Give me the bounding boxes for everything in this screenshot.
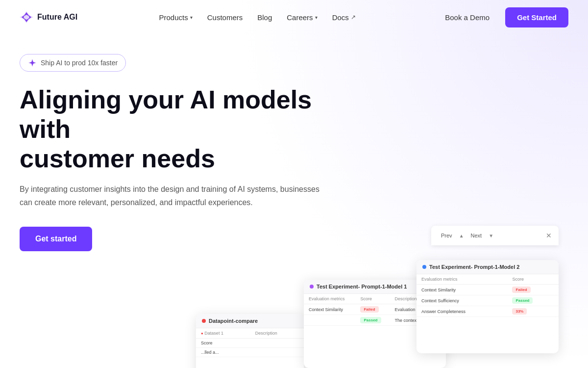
card-3-header: Test Experiment- Prompt-1-Model 2 xyxy=(416,260,559,274)
hero-section: Ship AI to prod 10x faster Aligning your… xyxy=(0,34,588,251)
nav-item-blog[interactable]: Blog xyxy=(251,9,278,26)
table-row: Context Similarity Failed xyxy=(416,285,559,295)
table-row: Answer Completeness 33% xyxy=(416,306,559,317)
card-1-score-label: Score xyxy=(196,339,250,348)
hero-badge: Ship AI to prod 10x faster xyxy=(20,54,126,72)
model2-card: Test Experiment- Prompt-1-Model 2 Evalua… xyxy=(416,260,559,353)
card-3-metric-1: Context Similarity xyxy=(416,285,507,295)
table-row: Score xyxy=(196,339,304,348)
card-1-row-desc: ...lled a... xyxy=(196,348,250,357)
card-1-title: Datapoint-compare xyxy=(209,318,258,324)
card-1-header: Datapoint-compare xyxy=(196,314,304,328)
hero-subtitle: By integrating customer insights into th… xyxy=(20,183,323,209)
card-1-table: ● Dataset 1 Description Score ...lled a.… xyxy=(196,328,304,357)
card-1-row1 xyxy=(250,339,304,348)
hero-badge-text: Ship AI to prod 10x faster xyxy=(41,59,118,67)
card-1-dot xyxy=(202,319,206,323)
card-3-table: Evaluation metrics Score Context Similar… xyxy=(416,274,559,317)
hero-title: Aligning your AI models with customer ne… xyxy=(20,85,323,173)
table-row: Context Sufficiency Passed xyxy=(416,295,559,306)
passed-badge: Passed xyxy=(360,317,381,323)
card-3-metric-3: Answer Completeness xyxy=(416,306,507,317)
card-2-score-1: Failed xyxy=(355,304,390,315)
card-1-col-desc: Description xyxy=(250,328,304,339)
card-3-score-2: Passed xyxy=(507,295,559,306)
products-chevron-icon: ▾ xyxy=(190,15,193,20)
card-2-col-metrics: Evaluation metrics xyxy=(304,294,355,304)
card-1-col-dataset: ● Dataset 1 xyxy=(196,328,250,339)
nav-item-products[interactable]: Products ▾ xyxy=(153,9,198,26)
score-33: 33% xyxy=(512,308,527,315)
card-3-score-3: 33% xyxy=(507,306,559,317)
card-3-col-metrics: Evaluation metrics xyxy=(416,274,507,285)
card-1-row-empty xyxy=(250,348,304,357)
card-2-metric-2 xyxy=(304,315,355,326)
card-3-title: Test Experiment- Prompt-1-Model 2 xyxy=(429,264,519,270)
nav-item-careers[interactable]: Careers ▾ xyxy=(281,9,323,26)
docs-external-icon: ↗ xyxy=(351,14,356,21)
card-2-score-2: Passed xyxy=(355,315,390,326)
card-3-col-score: Score xyxy=(507,274,559,285)
book-demo-button[interactable]: Book a Demo xyxy=(437,9,497,26)
failed-badge-1: Failed xyxy=(512,287,530,293)
navbar: Future AGI Products ▾ Customers Blog Car… xyxy=(0,0,588,34)
logo-text: Future AGI xyxy=(37,13,77,22)
careers-chevron-icon: ▾ xyxy=(315,15,318,20)
nav-item-docs[interactable]: Docs ↗ xyxy=(326,9,362,26)
card-2-metric-1: Context Similarity xyxy=(304,304,355,315)
failed-badge: Failed xyxy=(360,306,378,313)
table-row: ...lled a... xyxy=(196,348,304,357)
card-3-score-1: Failed xyxy=(507,285,559,295)
passed-badge-1: Passed xyxy=(512,297,533,304)
datapoint-compare-card: Datapoint-compare ● Dataset 1 Descriptio… xyxy=(196,314,304,368)
card-2-title: Test Experiment- Prompt-1-Model 1 xyxy=(317,284,407,289)
card-3-dot xyxy=(422,265,426,269)
card-2-col-score: Score xyxy=(355,294,390,304)
card-3-metric-2: Context Sufficiency xyxy=(416,295,507,306)
get-started-button-hero[interactable]: Get started xyxy=(20,227,92,251)
logo[interactable]: Future AGI xyxy=(20,10,77,24)
nav-links: Products ▾ Customers Blog Careers ▾ Docs… xyxy=(153,9,362,26)
card-2-dot xyxy=(310,285,314,289)
nav-item-customers[interactable]: Customers xyxy=(201,9,249,26)
sparkle-icon xyxy=(28,58,37,67)
get-started-button-nav[interactable]: Get Started xyxy=(505,7,568,27)
nav-actions: Book a Demo Get Started xyxy=(437,7,568,27)
logo-icon xyxy=(20,10,33,24)
